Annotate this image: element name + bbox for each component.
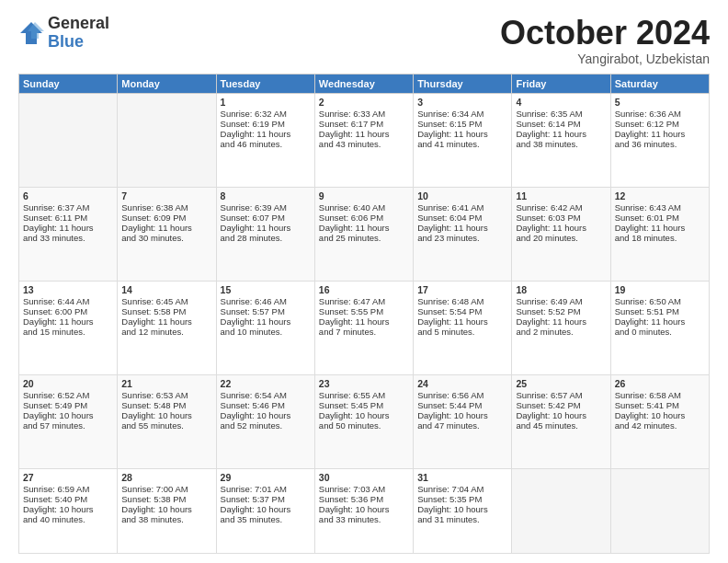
day-number: 22	[221, 378, 311, 389]
cell-line: Sunrise: 6:46 AM	[221, 296, 311, 306]
cell-line: and 10 minutes.	[221, 327, 311, 337]
calendar-cell: 10Sunrise: 6:41 AMSunset: 6:04 PMDayligh…	[414, 187, 512, 281]
cell-line: and 43 minutes.	[319, 139, 409, 149]
cell-line: and 28 minutes.	[221, 233, 311, 243]
day-number: 18	[516, 284, 606, 295]
cell-line: Sunset: 5:48 PM	[121, 400, 211, 410]
cell-line: Daylight: 10 hours	[319, 410, 409, 420]
day-number: 11	[516, 190, 606, 201]
cell-line: Sunset: 5:52 PM	[516, 306, 606, 316]
calendar-cell: 1Sunrise: 6:32 AMSunset: 6:19 PMDaylight…	[216, 93, 314, 187]
day-number: 5	[615, 97, 705, 108]
day-number: 19	[615, 284, 705, 295]
cell-line: and 20 minutes.	[516, 233, 606, 243]
title-block: October 2024 Yangirabot, Uzbekistan	[500, 15, 710, 66]
cell-line: Sunrise: 6:35 AM	[516, 109, 606, 119]
cell-line: Sunrise: 6:54 AM	[221, 390, 311, 400]
cell-line: Sunset: 5:54 PM	[417, 306, 507, 316]
logo: General Blue	[18, 15, 109, 52]
day-number: 3	[417, 97, 507, 108]
cell-line: Sunrise: 6:41 AM	[417, 202, 507, 213]
day-number: 16	[319, 284, 409, 295]
cell-line: Sunrise: 6:55 AM	[319, 390, 409, 400]
day-number: 13	[23, 284, 113, 295]
cell-line: and 35 minutes.	[221, 514, 311, 524]
calendar-cell: 26Sunrise: 6:58 AMSunset: 5:41 PMDayligh…	[610, 375, 709, 469]
cell-line: Sunset: 6:15 PM	[417, 119, 507, 129]
cell-line: Sunset: 6:04 PM	[417, 213, 507, 223]
day-number: 1	[221, 97, 311, 108]
cell-line: Sunset: 5:45 PM	[319, 400, 409, 410]
cell-line: Sunrise: 6:43 AM	[615, 202, 705, 213]
cell-line: Sunrise: 6:58 AM	[615, 390, 705, 400]
cell-line: Sunset: 6:07 PM	[221, 213, 311, 223]
day-number: 21	[121, 378, 211, 389]
calendar-day-header: Thursday	[414, 74, 512, 93]
cell-line: Sunset: 5:44 PM	[417, 400, 507, 410]
day-number: 30	[319, 472, 409, 483]
calendar-cell: 5Sunrise: 6:36 AMSunset: 6:12 PMDaylight…	[610, 93, 709, 187]
cell-line: and 18 minutes.	[615, 233, 705, 243]
cell-line: Daylight: 10 hours	[417, 504, 507, 514]
calendar-cell: 22Sunrise: 6:54 AMSunset: 5:46 PMDayligh…	[216, 375, 314, 469]
cell-line: and 7 minutes.	[319, 327, 409, 337]
cell-line: Sunset: 6:12 PM	[615, 119, 705, 129]
day-number: 8	[221, 190, 311, 201]
day-number: 31	[417, 472, 507, 483]
cell-line: and 33 minutes.	[319, 514, 409, 524]
cell-line: and 41 minutes.	[417, 139, 507, 149]
cell-line: Daylight: 10 hours	[615, 410, 705, 420]
page: General Blue October 2024 Yangirabot, Uz…	[0, 0, 728, 563]
cell-line: Sunrise: 6:52 AM	[23, 390, 113, 400]
day-number: 24	[417, 378, 507, 389]
cell-line: and 36 minutes.	[615, 139, 705, 149]
cell-line: Daylight: 11 hours	[615, 223, 705, 233]
calendar-cell: 2Sunrise: 6:33 AMSunset: 6:17 PMDaylight…	[314, 93, 413, 187]
day-number: 20	[23, 378, 113, 389]
cell-line: Daylight: 11 hours	[23, 316, 113, 327]
calendar-cell: 3Sunrise: 6:34 AMSunset: 6:15 PMDaylight…	[414, 93, 512, 187]
cell-line: and 33 minutes.	[23, 233, 113, 243]
calendar-day-header: Tuesday	[216, 74, 314, 93]
cell-line: Sunset: 5:46 PM	[221, 400, 311, 410]
cell-line: Sunrise: 6:50 AM	[615, 296, 705, 306]
cell-line: Sunrise: 6:47 AM	[319, 296, 409, 306]
cell-line: Daylight: 11 hours	[221, 316, 311, 327]
calendar-day-header: Wednesday	[314, 74, 413, 93]
cell-line: Sunrise: 6:36 AM	[615, 109, 705, 119]
calendar-cell: 25Sunrise: 6:57 AMSunset: 5:42 PMDayligh…	[512, 375, 610, 469]
calendar-day-header: Saturday	[610, 74, 709, 93]
cell-line: Daylight: 11 hours	[221, 129, 311, 139]
cell-line: Daylight: 10 hours	[121, 504, 211, 514]
cell-line: Sunrise: 6:40 AM	[319, 202, 409, 213]
logo-blue: Blue	[48, 33, 109, 52]
cell-line: Sunrise: 6:57 AM	[516, 390, 606, 400]
cell-line: Daylight: 10 hours	[23, 410, 113, 420]
day-number: 28	[121, 472, 211, 483]
cell-line: Daylight: 11 hours	[615, 316, 705, 327]
day-number: 10	[417, 190, 507, 201]
logo-text: General Blue	[48, 15, 109, 52]
cell-line: Daylight: 11 hours	[121, 223, 211, 233]
cell-line: Sunset: 5:51 PM	[615, 306, 705, 316]
cell-line: Sunset: 6:06 PM	[319, 213, 409, 223]
cell-line: Sunrise: 7:03 AM	[319, 484, 409, 494]
calendar-cell: 18Sunrise: 6:49 AMSunset: 5:52 PMDayligh…	[512, 282, 610, 375]
calendar-week-row: 13Sunrise: 6:44 AMSunset: 6:00 PMDayligh…	[19, 282, 710, 375]
cell-line: Daylight: 11 hours	[516, 316, 606, 327]
cell-line: Daylight: 10 hours	[319, 504, 409, 514]
cell-line: and 55 minutes.	[121, 420, 211, 431]
cell-line: and 30 minutes.	[121, 233, 211, 243]
cell-line: Sunrise: 6:38 AM	[121, 202, 211, 213]
day-number: 15	[221, 284, 311, 295]
calendar-week-row: 27Sunrise: 6:59 AMSunset: 5:40 PMDayligh…	[19, 469, 710, 554]
cell-line: Sunset: 5:58 PM	[121, 306, 211, 316]
cell-line: Sunset: 5:41 PM	[615, 400, 705, 410]
calendar-cell: 28Sunrise: 7:00 AMSunset: 5:38 PMDayligh…	[118, 469, 216, 554]
cell-line: and 25 minutes.	[319, 233, 409, 243]
cell-line: Sunrise: 6:45 AM	[121, 296, 211, 306]
calendar-cell	[118, 93, 216, 187]
calendar-day-header: Sunday	[19, 74, 118, 93]
logo-general: General	[48, 15, 109, 33]
calendar-cell: 16Sunrise: 6:47 AMSunset: 5:55 PMDayligh…	[314, 282, 413, 375]
